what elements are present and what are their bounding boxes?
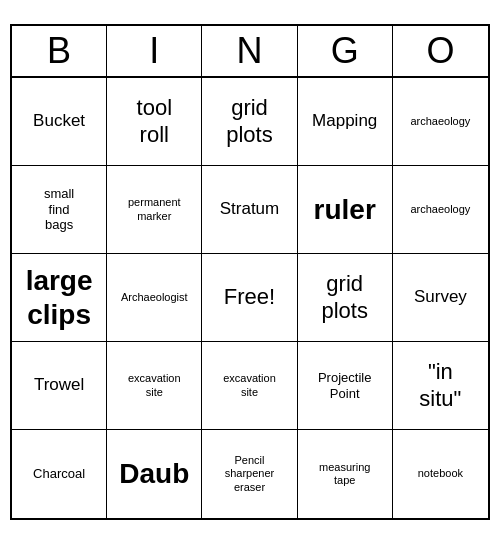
bingo-cell[interactable]: Trowel — [12, 342, 107, 430]
cell-text: grid plots — [321, 271, 367, 324]
cell-text: small find bags — [44, 186, 74, 233]
cell-text: archaeology — [410, 203, 470, 216]
cell-text: tool roll — [137, 95, 172, 148]
cell-text: Charcoal — [33, 466, 85, 482]
bingo-cell[interactable]: archaeology — [393, 166, 488, 254]
cell-text: excavation site — [223, 372, 276, 398]
bingo-cell[interactable]: Pencil sharpener eraser — [202, 430, 297, 518]
bingo-cell[interactable]: archaeology — [393, 78, 488, 166]
bingo-cell[interactable]: Archaeologist — [107, 254, 202, 342]
cell-text: Survey — [414, 287, 467, 307]
cell-text: Free! — [224, 284, 275, 310]
bingo-header: BINGO — [12, 26, 488, 78]
cell-text: Trowel — [34, 375, 84, 395]
bingo-cell[interactable]: Mapping — [298, 78, 393, 166]
bingo-cell[interactable]: ruler — [298, 166, 393, 254]
header-letter: I — [107, 26, 202, 76]
cell-text: Daub — [119, 457, 189, 491]
cell-text: Bucket — [33, 111, 85, 131]
cell-text: Archaeologist — [121, 291, 188, 304]
header-letter: G — [298, 26, 393, 76]
bingo-cell[interactable]: Daub — [107, 430, 202, 518]
bingo-cell[interactable]: "in situ" — [393, 342, 488, 430]
bingo-cell[interactable]: tool roll — [107, 78, 202, 166]
bingo-grid: Buckettool rollgrid plotsMappingarchaeol… — [12, 78, 488, 518]
bingo-cell[interactable]: permanent marker — [107, 166, 202, 254]
bingo-cell[interactable]: grid plots — [298, 254, 393, 342]
cell-text: Mapping — [312, 111, 377, 131]
cell-text: measuring tape — [319, 461, 370, 487]
bingo-card: BINGO Buckettool rollgrid plotsMappingar… — [10, 24, 490, 520]
bingo-cell[interactable]: measuring tape — [298, 430, 393, 518]
cell-text: "in situ" — [419, 359, 461, 412]
bingo-cell[interactable]: excavation site — [107, 342, 202, 430]
cell-text: grid plots — [226, 95, 272, 148]
bingo-cell[interactable]: Survey — [393, 254, 488, 342]
bingo-cell[interactable]: small find bags — [12, 166, 107, 254]
cell-text: Pencil sharpener eraser — [225, 454, 275, 494]
cell-text: notebook — [418, 467, 463, 480]
bingo-cell[interactable]: large clips — [12, 254, 107, 342]
bingo-cell[interactable]: excavation site — [202, 342, 297, 430]
cell-text: large clips — [26, 264, 93, 331]
cell-text: archaeology — [410, 115, 470, 128]
bingo-cell[interactable]: grid plots — [202, 78, 297, 166]
cell-text: Projectile Point — [318, 370, 371, 401]
header-letter: O — [393, 26, 488, 76]
bingo-cell[interactable]: Free! — [202, 254, 297, 342]
header-letter: N — [202, 26, 297, 76]
bingo-cell[interactable]: notebook — [393, 430, 488, 518]
bingo-cell[interactable]: Stratum — [202, 166, 297, 254]
bingo-cell[interactable]: Projectile Point — [298, 342, 393, 430]
cell-text: excavation site — [128, 372, 181, 398]
cell-text: Stratum — [220, 199, 280, 219]
cell-text: permanent marker — [128, 196, 181, 222]
header-letter: B — [12, 26, 107, 76]
bingo-cell[interactable]: Bucket — [12, 78, 107, 166]
bingo-cell[interactable]: Charcoal — [12, 430, 107, 518]
cell-text: ruler — [314, 193, 376, 227]
